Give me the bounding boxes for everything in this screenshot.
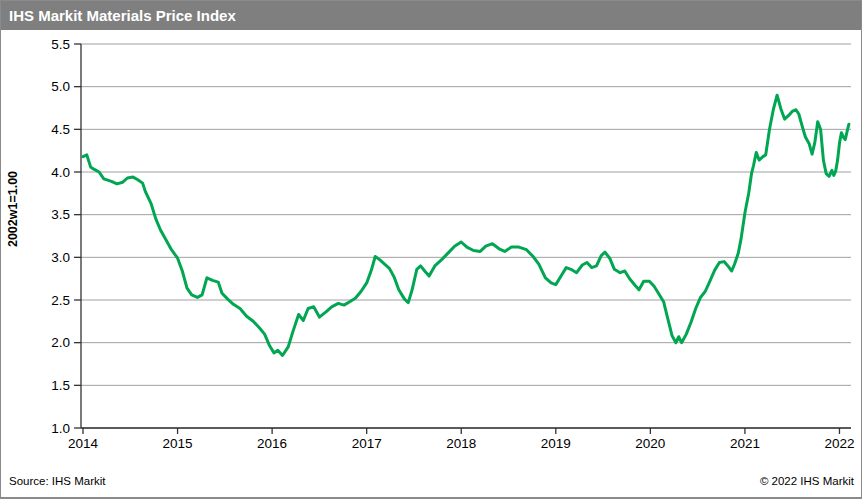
y-axis-title: 2002w1=1.00 — [6, 171, 20, 247]
x-tick-label: 2018 — [446, 436, 476, 451]
x-tick-label: 2021 — [730, 436, 760, 451]
y-tick-label: 3.5 — [51, 207, 70, 222]
chart-frame: 5.55.04.54.03.53.02.52.01.51.02014201520… — [0, 0, 862, 499]
x-tick-label: 2016 — [257, 436, 287, 451]
chart-title: IHS Markit Materials Price Index — [9, 7, 236, 24]
y-tick-label: 5.0 — [51, 79, 70, 94]
x-tick-label: 2019 — [541, 436, 571, 451]
x-tick-label: 2014 — [68, 436, 99, 451]
x-tick-label: 2022 — [824, 436, 854, 451]
y-tick-label: 5.5 — [51, 37, 70, 52]
y-tick-label: 1.0 — [51, 421, 70, 436]
y-tick-label: 1.5 — [51, 378, 70, 393]
y-tick-label: 2.5 — [51, 293, 70, 308]
y-tick-label: 4.0 — [51, 165, 70, 180]
y-tick-label: 4.5 — [51, 122, 70, 137]
copyright-note: © 2022 IHS Markit — [760, 475, 855, 487]
x-tick-label: 2020 — [635, 436, 665, 451]
materials-price-index-chart: 5.55.04.54.03.53.02.52.01.51.02014201520… — [1, 1, 862, 499]
y-tick-label: 2.0 — [51, 335, 70, 350]
x-tick-label: 2017 — [352, 436, 382, 451]
y-tick-label: 3.0 — [51, 250, 70, 265]
price-index-line — [83, 95, 849, 355]
x-tick-label: 2015 — [163, 436, 193, 451]
chart-title-bar: IHS Markit Materials Price Index — [1, 1, 861, 30]
source-note: Source: IHS Markit — [9, 475, 106, 487]
